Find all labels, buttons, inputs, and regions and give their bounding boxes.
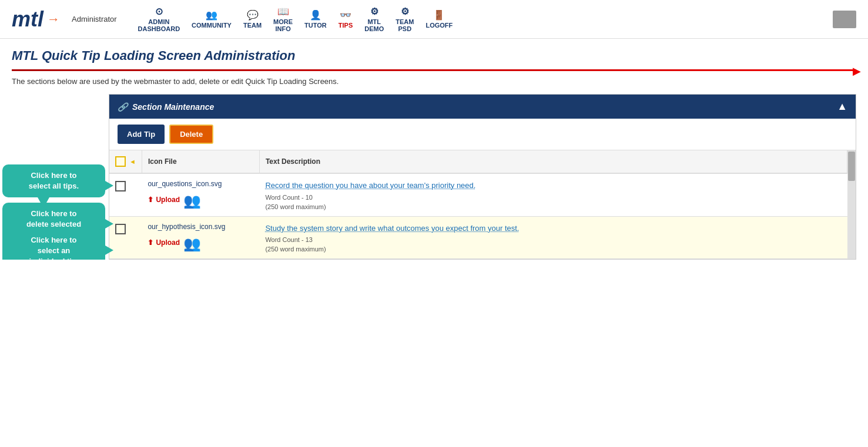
tutor-icon: 👤 — [310, 9, 321, 21]
nav-item-more-info[interactable]: 📖 MORE INFO — [267, 4, 299, 35]
mtl-demo-label: MTL DEMO — [364, 18, 384, 32]
upload-label: Upload — [156, 196, 180, 204]
community-icon: 👥 — [206, 9, 217, 21]
text-description-link[interactable]: Record the question you have about your … — [265, 180, 841, 191]
team-psd-label: TEAM PSD — [396, 18, 414, 32]
table-body: our_questions_icon.svg ⬆ Upload 👥 Record… — [109, 173, 856, 259]
nav-item-community[interactable]: 👥 COMMUNITY — [186, 7, 237, 31]
tips-label: TIPS — [339, 22, 353, 29]
mtl-demo-icon: ⚙ — [370, 6, 378, 17]
logo-text: mtl — [12, 9, 43, 30]
nav-item-team[interactable]: 💬 TEAM — [237, 7, 267, 31]
people-icon: 👥 — [183, 193, 201, 209]
page-arrow-line — [12, 69, 856, 71]
nav-item-logoff[interactable]: 🚪 LOGOFF — [420, 7, 458, 31]
nav-item-tutor[interactable]: 👤 TUTOR — [299, 7, 333, 31]
more-info-label: MORE INFO — [273, 18, 293, 32]
upload-area: ⬆ Upload 👥 — [148, 236, 253, 252]
tips-icon: 👓 — [340, 9, 351, 21]
upload-icon: ⬆ — [148, 238, 153, 247]
nav-item-team-psd[interactable]: ⚙ TEAM PSD — [390, 4, 420, 35]
table-row: our_hypothesis_icon.svg ⬆ Upload 👥 Study… — [109, 216, 856, 259]
upload-button[interactable]: ⬆ Upload — [148, 196, 180, 204]
select-all-area: ◄ — [115, 156, 136, 167]
page-title-italic: MTL — [12, 48, 38, 63]
select-all-arrow: ◄ — [129, 158, 136, 165]
add-tip-button[interactable]: Add Tip — [118, 125, 165, 144]
section-title: Section Maintenance — [132, 102, 214, 112]
row-text-cell: Study the system story and write what ou… — [259, 216, 847, 259]
team-psd-icon: ⚙ — [401, 6, 409, 17]
th-icon-file: Icon File — [142, 150, 259, 173]
th-text-description: Text Description — [259, 150, 847, 173]
nav-item-admin-dashboard[interactable]: ⊙ ADMIN DASHBOARD — [132, 4, 186, 35]
row-icon-cell: our_hypothesis_icon.svg ⬆ Upload 👥 — [142, 216, 259, 259]
section-icon: 🔗 — [118, 102, 128, 112]
scrollbar-thumb[interactable] — [848, 152, 855, 181]
page-title: MTL Quick Tip Loading Screen Administrat… — [12, 48, 856, 63]
table-scroll-wrapper[interactable]: ◄ Icon File Text Description our_questio… — [109, 150, 856, 259]
icon-file-link[interactable]: our_questions_icon.svg — [148, 180, 253, 188]
tips-table: ◄ Icon File Text Description our_questio… — [109, 150, 856, 259]
section-collapse-button[interactable]: ▲ — [837, 100, 847, 113]
page-description: The sections below are used by the webma… — [0, 77, 868, 94]
section-panel: 🔗 Section Maintenance ▲ Add Tip Delete — [109, 94, 856, 260]
team-label: TEAM — [243, 22, 262, 29]
community-label: COMMUNITY — [192, 22, 232, 29]
tooltip-select-all: Click here to select all tips. — [2, 164, 105, 197]
logoff-icon: 🚪 — [433, 9, 445, 21]
nav-bar: mtl → Administrator ⊙ ADMIN DASHBOARD 👥 … — [0, 0, 868, 39]
people-icon: 👥 — [183, 236, 201, 252]
row-text-cell: Record the question you have about your … — [259, 173, 847, 216]
word-max: (250 word maximum) — [265, 246, 841, 253]
upload-icon: ⬆ — [148, 196, 153, 204]
row-checkbox[interactable] — [115, 181, 126, 191]
word-count: Word Count - 13 — [265, 236, 841, 243]
scrollbar-track[interactable] — [847, 150, 856, 259]
page-title-text: Quick Tip Loading Screen Administration — [42, 48, 296, 63]
nav-items: ⊙ ADMIN DASHBOARD 👥 COMMUNITY 💬 TEAM 📖 M… — [132, 4, 459, 35]
tutor-label: TUTOR — [304, 22, 327, 29]
upload-area: ⬆ Upload 👥 — [148, 193, 253, 209]
text-description-link[interactable]: Study the system story and write what ou… — [265, 223, 841, 234]
nav-admin-label: Administrator — [72, 15, 117, 23]
word-max: (250 word maximum) — [265, 203, 841, 210]
word-count: Word Count - 10 — [265, 194, 841, 201]
admin-dashboard-icon: ⊙ — [155, 6, 163, 17]
row-checkbox-cell — [109, 216, 142, 259]
upload-label: Upload — [156, 238, 180, 247]
row-checkbox[interactable] — [115, 224, 126, 234]
team-icon: 💬 — [247, 9, 259, 21]
section-toolbar: Add Tip Delete — [109, 119, 856, 150]
nav-item-mtl-demo[interactable]: ⚙ MTL DEMO — [358, 4, 390, 35]
section-header-title: 🔗 Section Maintenance — [118, 102, 214, 112]
more-info-icon: 📖 — [277, 6, 289, 17]
icon-file-link[interactable]: our_hypothesis_icon.svg — [148, 223, 253, 231]
logoff-label: LOGOFF — [425, 22, 453, 29]
admin-dashboard-label: ADMIN DASHBOARD — [138, 18, 180, 32]
logo-arrow: → — [47, 12, 60, 27]
nav-logo: mtl → — [12, 9, 60, 30]
row-icon-cell: our_questions_icon.svg ⬆ Upload 👥 — [142, 173, 259, 216]
row-checkbox-cell — [109, 173, 142, 216]
delete-button[interactable]: Delete — [169, 125, 213, 144]
table-row: our_questions_icon.svg ⬆ Upload 👥 Record… — [109, 173, 856, 216]
upload-button[interactable]: ⬆ Upload — [148, 238, 180, 247]
page-header: MTL Quick Tip Loading Screen Administrat… — [0, 39, 868, 66]
tooltip-select-individual: Click here to select an individual tip. — [2, 229, 105, 260]
nav-corner — [833, 11, 856, 28]
select-all-checkbox[interactable] — [115, 156, 126, 167]
nav-item-tips[interactable]: 👓 TIPS — [333, 7, 358, 31]
th-checkbox: ◄ — [109, 150, 142, 173]
table-header-row: ◄ Icon File Text Description — [109, 150, 856, 173]
section-header: 🔗 Section Maintenance ▲ — [109, 95, 856, 119]
